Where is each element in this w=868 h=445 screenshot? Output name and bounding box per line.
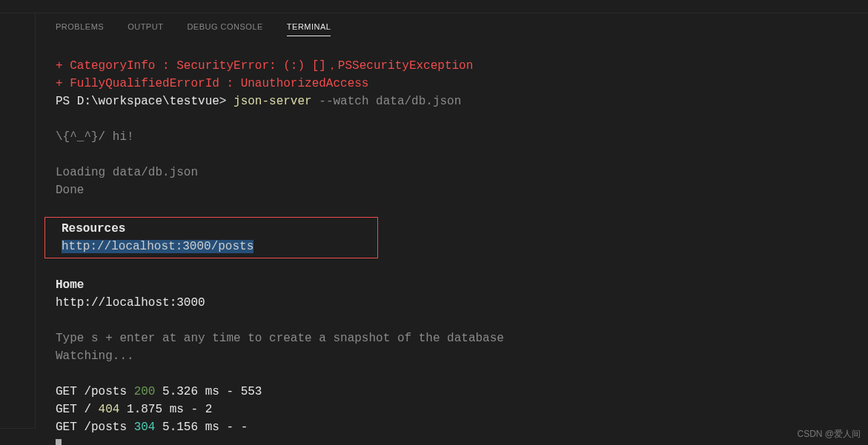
editor-fragment — [0, 0, 868, 13]
sidebar-edge — [0, 13, 36, 428]
error-line: + CategoryInfo : SecurityError: (:) []，P… — [56, 57, 868, 75]
watermark: CSDN @爱人间 — [797, 428, 861, 441]
resources-heading: Resources — [62, 220, 377, 238]
request-log-line: GET / 404 1.875 ms - 2 — [56, 401, 868, 418]
resources-highlight-box: Resources http://localhost:3000/posts — [44, 217, 378, 258]
tab-terminal[interactable]: TERMINAL — [287, 22, 331, 36]
error-line: + FullyQualifiedErrorId : UnauthorizedAc… — [56, 75, 868, 93]
tab-debug-console[interactable]: DEBUG CONSOLE — [187, 22, 262, 36]
tab-output[interactable]: OUTPUT — [127, 22, 163, 36]
request-log-line: GET /posts 200 5.326 ms - 553 — [56, 383, 868, 401]
hint-line: Type s + enter at any time to create a s… — [56, 329, 868, 347]
watching-line: Watching... — [56, 347, 868, 365]
cursor-icon — [56, 439, 62, 445]
done-line: Done — [56, 181, 868, 199]
home-heading: Home — [56, 276, 868, 294]
home-url[interactable]: http://localhost:3000 — [56, 294, 868, 312]
loading-line: Loading data/db.json — [56, 164, 868, 181]
panel-tabs: PROBLEMS OUTPUT DEBUG CONSOLE TERMINAL — [0, 13, 868, 42]
resources-url[interactable]: http://localhost:3000/posts — [62, 238, 377, 255]
terminal-output[interactable]: + CategoryInfo : SecurityError: (:) []，P… — [0, 42, 868, 445]
greeting-line: \{^_^}/ hi! — [56, 128, 868, 146]
request-log-line: GET /posts 304 5.156 ms - - — [56, 418, 868, 436]
cursor-line — [56, 436, 868, 445]
prompt-line: PS D:\workspace\testvue> json-server --w… — [56, 93, 868, 110]
sidebar-bottom-border — [0, 428, 36, 429]
tab-problems[interactable]: PROBLEMS — [56, 22, 104, 36]
